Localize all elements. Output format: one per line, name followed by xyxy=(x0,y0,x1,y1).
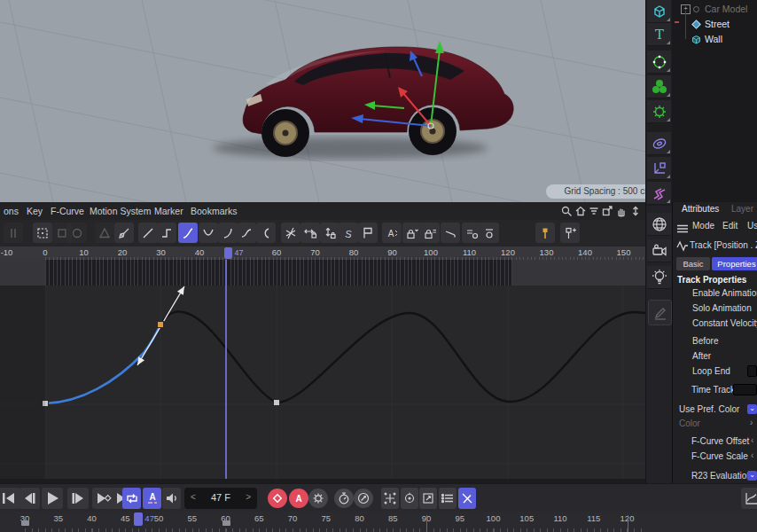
clean-tracks-icon[interactable] xyxy=(114,223,134,243)
property-row-f-curve-scale[interactable]: F-Curve Scale xyxy=(691,450,748,462)
chevron-right-icon[interactable]: › xyxy=(750,418,753,427)
timeline-layout-icon[interactable] xyxy=(4,223,23,243)
lock-tangent-length-icon[interactable] xyxy=(420,223,440,243)
fcurve-summary-band[interactable] xyxy=(0,260,645,286)
menu-functions[interactable]: ons xyxy=(4,202,19,220)
keyframe-selection-button[interactable] xyxy=(308,489,328,508)
menu-motion-system[interactable]: Motion System xyxy=(90,202,151,220)
record-keyframe-button[interactable] xyxy=(268,489,287,508)
auto-tangents-icon[interactable]: A xyxy=(382,223,402,243)
menu-marker[interactable]: Marker xyxy=(154,202,183,220)
cube-primitive-icon[interactable] xyxy=(647,0,671,23)
property-row-constant-velocity[interactable]: Constant Velocity xyxy=(692,317,757,329)
record-scale-toggle[interactable] xyxy=(419,488,437,509)
text-tool-icon[interactable]: T xyxy=(647,23,671,46)
fcurve-curve[interactable] xyxy=(160,311,645,403)
auto-weight-icon[interactable] xyxy=(402,223,422,243)
lock-value-icon[interactable] xyxy=(320,223,339,243)
edit-pen-icon[interactable] xyxy=(648,300,672,325)
record-pla-toggle[interactable] xyxy=(458,488,476,509)
tangent-ease-in-icon[interactable] xyxy=(218,223,238,243)
filter-icon[interactable] xyxy=(588,205,600,221)
edit-menu[interactable]: Edit xyxy=(722,221,737,231)
tab-basic[interactable]: Basic xyxy=(676,257,710,270)
property-row-time-track[interactable]: Time Track xyxy=(691,384,735,395)
play-to-key-button[interactable] xyxy=(92,488,113,509)
keep-visual-angle-icon[interactable] xyxy=(358,223,378,243)
key-pin-active-icon[interactable] xyxy=(535,223,555,243)
power-slider-ruler[interactable]: 3035404550556065707580859095100105110115… xyxy=(0,512,757,532)
play-button[interactable] xyxy=(42,488,63,509)
search-icon[interactable] xyxy=(560,205,573,221)
value-field[interactable] xyxy=(747,365,757,377)
property-row-loop-end[interactable]: Loop End xyxy=(692,365,730,377)
scale-keys-icon[interactable] xyxy=(67,223,87,243)
frame-increment[interactable]: > xyxy=(246,492,251,502)
tangent-linear-icon[interactable] xyxy=(138,223,158,243)
record-rotation-toggle[interactable] xyxy=(401,488,418,509)
camera-icon[interactable] xyxy=(647,239,671,262)
timeline-keyframe-marker[interactable] xyxy=(222,520,230,526)
dropdown-arrow-icon[interactable]: ⌄ xyxy=(747,404,757,414)
flatten-tangent-icon[interactable] xyxy=(441,223,460,243)
menu-fcurve[interactable]: F-Curve xyxy=(51,202,84,220)
value-field[interactable] xyxy=(733,384,757,395)
tangent-handle-arrow[interactable] xyxy=(177,286,184,295)
generator-gear-icon[interactable] xyxy=(647,100,671,123)
property-row-color[interactable]: Color xyxy=(679,418,700,429)
tangent-handle-arrow[interactable] xyxy=(137,356,144,365)
hand-pan-icon[interactable] xyxy=(615,205,628,221)
globe-scene-icon[interactable] xyxy=(647,213,671,236)
fcurve-mode-button[interactable] xyxy=(741,488,757,509)
stepper-left-icon[interactable]: ‹ xyxy=(751,450,753,460)
stepper-left-icon[interactable]: ‹ xyxy=(751,435,753,445)
snapshot-icon[interactable] xyxy=(95,223,114,243)
keyframe-display-button[interactable]: A xyxy=(143,488,161,509)
menu-key[interactable]: Key xyxy=(27,202,43,220)
menu-bookmarks[interactable]: Bookmarks xyxy=(191,202,238,220)
viewport-3d[interactable]: Grid Spacing : 500 cm xyxy=(0,0,645,202)
hamburger-menu-icon[interactable] xyxy=(676,222,689,238)
axis-workplane-icon[interactable] xyxy=(647,157,671,180)
keyframe-point-selected[interactable] xyxy=(158,322,164,328)
subdivision-surface-icon[interactable] xyxy=(647,75,671,98)
fcurve-selected-segment[interactable] xyxy=(45,325,160,403)
goto-start-button[interactable] xyxy=(0,488,20,509)
keyframe-point[interactable] xyxy=(274,400,280,406)
property-row-r23-evaluation[interactable]: R23 Evaluation xyxy=(691,470,752,481)
mode-menu[interactable]: Mode xyxy=(692,221,714,231)
property-row-f-curve-offset[interactable]: F-Curve Offset xyxy=(691,435,749,447)
property-row-solo-animation[interactable]: Solo Animation xyxy=(692,302,752,314)
power-slider-playhead[interactable] xyxy=(134,512,143,526)
timeline-keyframe-marker[interactable] xyxy=(21,520,29,526)
zero-tangent-length-icon[interactable] xyxy=(480,223,499,243)
tangent-step-icon[interactable] xyxy=(157,223,176,243)
remove-overshoot-icon[interactable] xyxy=(281,223,300,243)
bend-deformer-icon[interactable] xyxy=(647,182,671,205)
external-window-icon[interactable] xyxy=(601,205,613,221)
tab-layer[interactable]: Layer xyxy=(731,204,753,214)
zero-tangent-angle-icon[interactable] xyxy=(462,223,481,243)
tab-properties[interactable]: Properties xyxy=(712,257,757,270)
tab-attributes[interactable]: Attributes xyxy=(682,204,719,214)
user-menu[interactable]: User xyxy=(747,221,757,231)
playback-rate-button[interactable] xyxy=(354,489,373,508)
fcurve-playhead-flag[interactable] xyxy=(224,247,232,259)
scroll-updown-icon[interactable] xyxy=(629,205,642,221)
dropdown-arrow-icon[interactable]: ⌄ xyxy=(747,471,757,481)
property-row-use-pref-color[interactable]: Use Pref. Color xyxy=(679,403,739,415)
property-row-enable-animation[interactable]: Enable Animation xyxy=(692,287,757,299)
record-position-toggle[interactable] xyxy=(381,488,399,509)
box-select-icon[interactable] xyxy=(33,223,52,243)
light-bulb-icon[interactable] xyxy=(647,266,671,289)
stopwatch-button[interactable] xyxy=(334,489,354,508)
frame-number-field[interactable]: < 47 F > xyxy=(184,488,257,509)
tangent-ease-icon[interactable] xyxy=(178,223,198,243)
sound-button[interactable] xyxy=(162,488,181,509)
break-tangents-icon[interactable]: S xyxy=(339,223,358,243)
spline-mask-icon[interactable] xyxy=(647,51,671,74)
autokey-button[interactable]: A xyxy=(289,489,308,508)
torus-deformer-icon[interactable] xyxy=(647,132,671,155)
key-pin-add-icon[interactable] xyxy=(560,223,580,243)
loop-mode-button[interactable] xyxy=(122,488,141,509)
